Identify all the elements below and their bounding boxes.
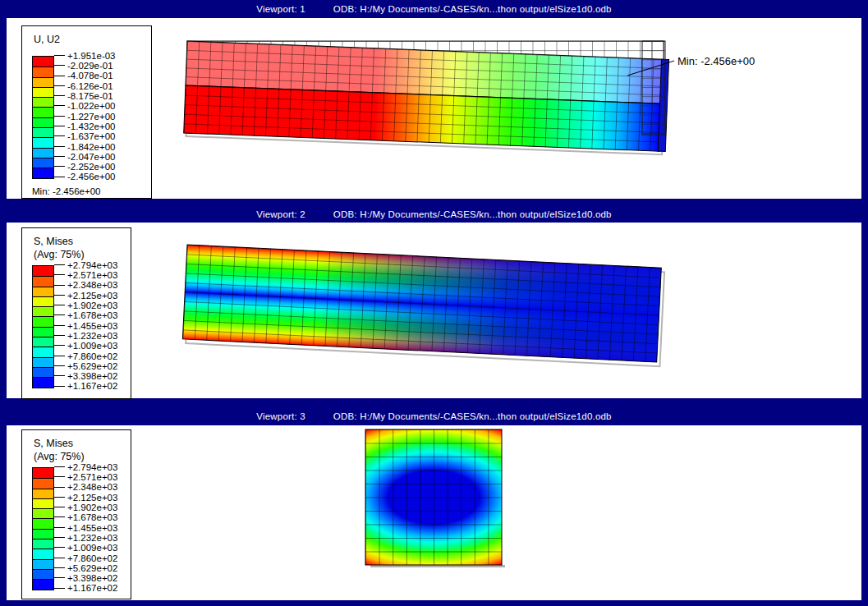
legend-title: S, Mises [34, 236, 131, 247]
legend-min-label: Min: -2.456e+00 [32, 186, 151, 196]
legend-s-mises-3: S, Mises (Avg: 75%) +2.794e+03+2.571e+03… [21, 429, 131, 599]
beam-cross-section [365, 429, 505, 567]
legend-colorbar: +1.951e-03-2.029e-01-4.078e-01-6.126e-01… [32, 56, 151, 182]
mises-contour-plot[interactable]: Y Z [7, 223, 861, 398]
viewport-1-canvas[interactable]: U, U2 +1.951e-03-2.029e-01-4.078e-01-6.1… [7, 18, 861, 199]
legend-title: U, U2 [34, 34, 151, 45]
section-mises-plot[interactable]: Y X [7, 425, 861, 600]
viewport-3-title-label: Viewport: 3 [256, 411, 305, 421]
undeformed-wireframe-tip [642, 41, 665, 135]
viewport-3-odb-path-label: ODB: H:/My Documents/-CASES/kn...thon ou… [333, 411, 612, 421]
viewport-1-titlebar[interactable]: Viewport: 1 ODB: H:/My Documents/-CASES/… [0, 0, 868, 18]
viewport-1-odb-path-label: ODB: H:/My Documents/-CASES/kn...thon ou… [333, 4, 612, 14]
abaqus-viewer-screen: Viewport: 1 ODB: H:/My Documents/-CASES/… [0, 0, 868, 606]
legend-subtitle: (Avg: 75%) [34, 451, 131, 462]
legend-subtitle: (Avg: 75%) [34, 249, 131, 260]
legend-colorbar: +2.794e+03+2.571e+03+2.348e+03+2.125e+03… [32, 265, 131, 392]
viewport-3-titlebar[interactable]: Viewport: 3 ODB: H:/My Documents/-CASES/… [0, 398, 868, 425]
min-annotation-text: Min: -2.456e+00 [677, 55, 755, 67]
viewport-1-title-label: Viewport: 1 [256, 4, 305, 14]
viewport-2-odb-path-label: ODB: H:/My Documents/-CASES/kn...thon ou… [333, 209, 612, 219]
legend-node-label: Node: BEAM-1.2806 [35, 197, 151, 199]
viewport-3-canvas[interactable]: S, Mises (Avg: 75%) +2.794e+03+2.571e+03… [7, 425, 861, 600]
viewport-2-title-label: Viewport: 2 [256, 209, 305, 219]
viewport-2-titlebar[interactable]: Viewport: 2 ODB: H:/My Documents/-CASES/… [0, 199, 868, 223]
beam-side-view [182, 245, 664, 366]
viewport-2-canvas[interactable]: S, Mises (Avg: 75%) +2.794e+03+2.571e+03… [7, 223, 861, 398]
legend-colorbar: +2.794e+03+2.571e+03+2.348e+03+2.125e+03… [32, 467, 131, 594]
legend-s-mises-2: S, Mises (Avg: 75%) +2.794e+03+2.571e+03… [21, 227, 131, 399]
legend-title: S, Mises [34, 438, 131, 449]
legend-u-u2: U, U2 +1.951e-03-2.029e-01-4.078e-01-6.1… [21, 25, 152, 199]
deformed-beam [184, 41, 669, 154]
